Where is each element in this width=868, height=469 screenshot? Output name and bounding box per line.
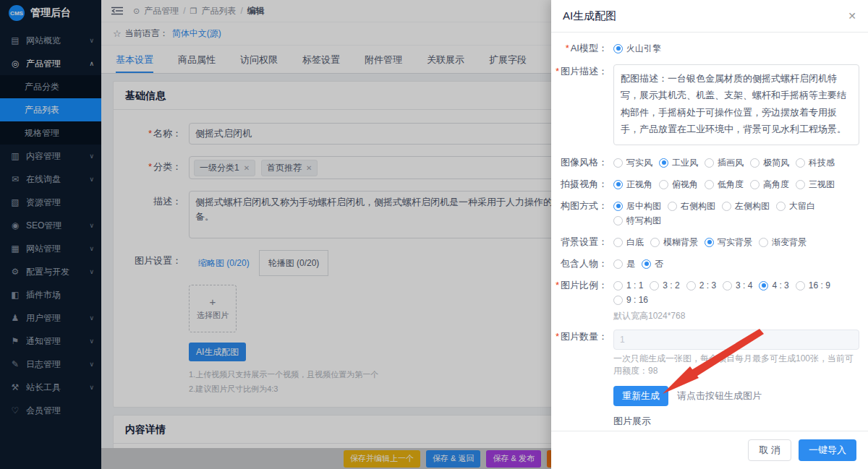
radio-icon[interactable] bbox=[668, 202, 677, 211]
radio-option-style[interactable]: 工业风 bbox=[659, 155, 698, 170]
radio-icon[interactable] bbox=[613, 180, 623, 189]
include-person-label: 包含人物： bbox=[551, 257, 613, 271]
radio-icon[interactable] bbox=[659, 180, 668, 189]
radio-icon[interactable] bbox=[750, 158, 760, 168]
radio-option-ratio[interactable]: 16 : 9 bbox=[796, 278, 830, 293]
shoot-angle-label: 拍摄视角： bbox=[551, 177, 613, 192]
image-count-input[interactable]: 1 bbox=[613, 330, 859, 350]
radio-option-background[interactable]: 渐变背景 bbox=[759, 235, 807, 249]
radio-icon[interactable] bbox=[650, 238, 660, 247]
drawer-footer: 取 消 一键导入 bbox=[551, 431, 868, 469]
radio-option-composition[interactable]: 居中构图 bbox=[613, 199, 661, 213]
regenerate-hint: 请点击按钮生成图片 bbox=[677, 390, 762, 403]
radio-icon[interactable] bbox=[796, 180, 805, 189]
radio-option-ratio[interactable]: 4 : 3 bbox=[759, 278, 788, 293]
radio-icon[interactable] bbox=[796, 281, 805, 291]
drawer-header: AI生成配图 ✕ bbox=[551, 0, 868, 33]
radio-icon[interactable] bbox=[613, 238, 623, 247]
radio-icon[interactable] bbox=[705, 238, 714, 247]
radio-option-angle[interactable]: 三视图 bbox=[796, 177, 835, 192]
radio-option-person-no[interactable]: 否 bbox=[642, 257, 663, 271]
radio-option-background[interactable]: 写实背景 bbox=[705, 235, 752, 249]
radio-icon[interactable] bbox=[650, 281, 659, 291]
radio-option-style[interactable]: 插画风 bbox=[705, 155, 744, 170]
radio-option-background[interactable]: 模糊背景 bbox=[650, 235, 698, 249]
radio-option-ratio[interactable]: 2 : 3 bbox=[686, 278, 716, 293]
image-desc-textarea[interactable]: 配图描述：一台银色金属材质的侧摇式螺杆启闭机特写，展示其机壳、机盖、支架、螺杆和… bbox=[613, 64, 859, 145]
radio-icon[interactable] bbox=[613, 259, 623, 269]
image-count-label: 图片数量： bbox=[551, 330, 613, 350]
radio-icon[interactable] bbox=[723, 281, 732, 291]
drawer-body: AI模型： 火山引擎 图片描述： 配图描述：一台银色金属材质的侧摇式螺杆启闭机特… bbox=[551, 33, 868, 431]
one-click-import-button[interactable]: 一键导入 bbox=[799, 439, 856, 461]
radio-icon[interactable] bbox=[613, 281, 623, 291]
radio-option-volcano[interactable]: 火山引擎 bbox=[613, 41, 661, 56]
close-icon[interactable]: ✕ bbox=[848, 10, 856, 22]
cancel-button[interactable]: 取 消 bbox=[748, 439, 791, 461]
radio-option-composition[interactable]: 特写构图 bbox=[613, 213, 661, 228]
radio-option-ratio[interactable]: 9 : 16 bbox=[613, 293, 648, 307]
composition-label: 构图方式： bbox=[551, 199, 613, 228]
radio-option-angle[interactable]: 俯视角 bbox=[659, 177, 698, 192]
image-ratio-label: 图片比例： bbox=[551, 278, 613, 307]
radio-icon[interactable] bbox=[722, 202, 731, 211]
ai-generate-drawer: AI生成配图 ✕ AI模型： 火山引擎 图片描述： 配图描述：一台银色金属材质的… bbox=[551, 0, 868, 469]
ai-model-label: AI模型： bbox=[551, 41, 613, 56]
radio-icon[interactable] bbox=[759, 238, 768, 247]
count-hint: 一次只能生成一张图，每个项目每月最多可生成100张，当前可用额度：98 bbox=[613, 353, 859, 377]
radio-icon[interactable] bbox=[759, 281, 768, 291]
radio-option-style[interactable]: 写实风 bbox=[613, 155, 652, 170]
radio-option-background[interactable]: 白底 bbox=[613, 235, 644, 249]
radio-option-angle[interactable]: 正视角 bbox=[613, 177, 652, 192]
radio-icon[interactable] bbox=[642, 259, 651, 269]
app-root: CMS 管理后台 ▤ 网站概览 ∨ ◎ 产品管理 ∧ 产品分类 产品列表 bbox=[0, 0, 868, 469]
radio-icon[interactable] bbox=[613, 296, 623, 305]
radio-option-style[interactable]: 科技感 bbox=[796, 155, 835, 170]
radio-option-angle[interactable]: 高角度 bbox=[750, 177, 789, 192]
radio-option-ratio[interactable]: 3 : 4 bbox=[723, 278, 752, 293]
radio-icon[interactable] bbox=[613, 158, 623, 168]
gallery-label: 图片展示 bbox=[613, 415, 859, 428]
radio-option-style[interactable]: 极简风 bbox=[750, 155, 789, 170]
radio-icon[interactable] bbox=[776, 202, 786, 211]
radio-icon[interactable] bbox=[613, 216, 623, 225]
image-style-label: 图像风格： bbox=[551, 155, 613, 170]
radio-option-composition[interactable]: 大留白 bbox=[776, 199, 815, 213]
radio-option-composition[interactable]: 左侧构图 bbox=[722, 199, 770, 213]
radio-icon[interactable] bbox=[686, 281, 696, 291]
ratio-hint: 默认宽高1024*768 bbox=[613, 310, 859, 322]
radio-icon[interactable] bbox=[796, 158, 805, 168]
radio-option-ratio[interactable]: 3 : 2 bbox=[650, 278, 679, 293]
radio-icon[interactable] bbox=[613, 44, 623, 53]
radio-option-composition[interactable]: 右侧构图 bbox=[668, 199, 715, 213]
radio-icon[interactable] bbox=[613, 202, 623, 211]
radio-icon[interactable] bbox=[659, 158, 668, 168]
drawer-title: AI生成配图 bbox=[563, 9, 616, 23]
background-label: 背景设置： bbox=[551, 235, 613, 249]
radio-icon[interactable] bbox=[705, 180, 714, 189]
radio-option-person-yes[interactable]: 是 bbox=[613, 257, 635, 271]
radio-option-angle[interactable]: 低角度 bbox=[705, 177, 744, 192]
radio-icon[interactable] bbox=[750, 180, 760, 189]
regenerate-button[interactable]: 重新生成 bbox=[613, 386, 668, 406]
image-desc-label: 图片描述： bbox=[551, 64, 613, 145]
radio-option-ratio[interactable]: 1 : 1 bbox=[613, 278, 643, 293]
radio-icon[interactable] bbox=[705, 158, 714, 168]
